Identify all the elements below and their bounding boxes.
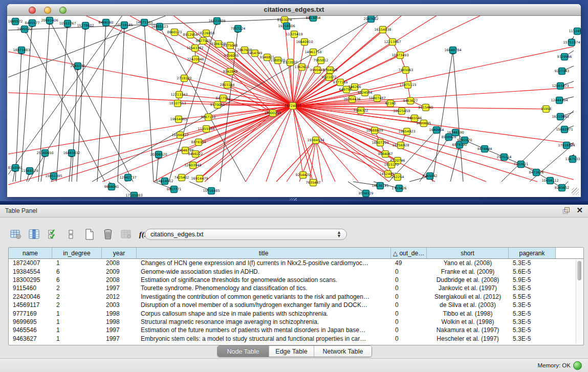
network-node[interactable]: 9465546 (407, 115, 422, 122)
vertical-scrollbar[interactable] (576, 260, 582, 343)
network-node[interactable]: 10719185 (116, 22, 133, 29)
network-node[interactable]: 10025458 (393, 108, 410, 115)
network-node[interactable]: 19654923 (398, 128, 415, 135)
close-panel-icon[interactable]: ✕ (576, 206, 583, 215)
network-node[interactable]: 7425402 (175, 174, 189, 181)
table-row[interactable]: 946554611997Estimation of the future num… (9, 326, 583, 334)
network-node[interactable]: 7857224 (231, 26, 246, 32)
network-edge[interactable] (432, 50, 453, 182)
window-resize-grip[interactable] (572, 188, 579, 195)
network-node[interactable]: 8878334 (191, 139, 206, 146)
network-node[interactable]: 9794028 (323, 67, 338, 74)
show-column-icon[interactable] (28, 228, 41, 241)
network-node[interactable]: 1167533 (565, 156, 580, 163)
network-node[interactable]: 18107553 (169, 100, 186, 107)
citation-edge[interactable] (316, 140, 322, 182)
network-node[interactable]: 10688609 (366, 127, 383, 134)
network-node[interactable]: 15278602 (77, 23, 94, 29)
network-node[interactable]: 7932621 (514, 161, 529, 168)
network-node[interactable]: 16033809 (208, 18, 225, 25)
node-table[interactable]: namein_degreeyeartitle△ out_de…shortpage… (8, 247, 584, 345)
network-node[interactable]: 9699695 (417, 120, 431, 127)
network-node[interactable]: 9684041 (104, 184, 119, 190)
citation-edge[interactable] (293, 34, 294, 106)
split-grip-icon[interactable] (290, 198, 297, 201)
network-node[interactable]: 7955812 (314, 57, 329, 64)
network-node[interactable]: 10553267 (59, 20, 76, 27)
tab-edge-table[interactable]: Edge Table (269, 346, 314, 357)
network-node[interactable]: 9827503 (196, 38, 211, 45)
network-node[interactable]: 8471676 (529, 169, 544, 176)
network-node[interactable]: 18871883 (13, 47, 30, 54)
network-node[interactable]: 9084067 (378, 151, 393, 158)
network-edge[interactable] (450, 145, 460, 182)
new-document-icon[interactable] (83, 228, 96, 241)
column-header-indegree[interactable]: in_degree (52, 248, 102, 258)
column-header-outde[interactable]: △ out_de… (391, 248, 427, 258)
table-row[interactable]: 1456911722003Disruption of a novel membe… (9, 301, 583, 309)
network-node[interactable]: 18807209 (372, 140, 388, 146)
network-edge[interactable] (25, 29, 105, 182)
network-node[interactable]: 7485063 (399, 67, 413, 74)
network-node[interactable]: 9756085 (224, 53, 239, 59)
network-node[interactable]: 9170051 (210, 102, 225, 108)
table-panel-header[interactable]: Table Panel ✕ (0, 205, 588, 217)
network-edge[interactable] (38, 20, 50, 182)
network-node[interactable]: 9254420 (296, 172, 311, 179)
network-edge[interactable] (56, 24, 68, 182)
network-edge[interactable] (72, 66, 78, 182)
network-node[interactable]: 10654112 (541, 178, 558, 184)
network-node[interactable]: 7635447 (306, 180, 321, 186)
network-node[interactable]: 10543382 (186, 45, 203, 52)
column-header-year[interactable]: year (102, 248, 137, 258)
network-node[interactable]: 9227343 (555, 68, 570, 75)
network-node[interactable]: 16648784 (444, 47, 461, 54)
network-node[interactable]: 8427552 (216, 95, 231, 102)
table-row[interactable]: 969969511998Structural magnetic resonanc… (9, 318, 583, 326)
network-node[interactable]: 17185883 (125, 192, 142, 198)
network-node[interactable]: 8495577 (25, 20, 40, 27)
network-node[interactable]: 19654985 (170, 116, 187, 123)
network-node[interactable]: 15751074 (563, 39, 580, 46)
network-node[interactable]: 1362615 (295, 64, 310, 71)
panel-split-divider[interactable] (0, 201, 588, 205)
network-node[interactable]: 11124567 (569, 28, 581, 35)
network-node[interactable]: 12942737 (119, 174, 136, 181)
network-node[interactable]: 14136141 (372, 183, 388, 189)
network-node[interactable]: 19384554 (307, 137, 324, 144)
network-edge[interactable] (156, 155, 159, 182)
network-edge[interactable] (453, 50, 463, 182)
network-node[interactable]: 9857771 (167, 186, 182, 193)
memory-status-indicator[interactable] (573, 361, 582, 370)
network-node[interactable]: 8498222 (188, 151, 203, 158)
network-node[interactable]: 8660123 (167, 29, 182, 36)
network-node[interactable]: 15692971 (556, 126, 573, 133)
network-node[interactable]: 8912954 (183, 32, 198, 38)
table-row[interactable]: 1938455462009Genome-wide association stu… (9, 267, 583, 275)
table-row[interactable]: 977716911998Corpus callosum shape and si… (9, 309, 583, 317)
network-edge[interactable] (144, 23, 154, 182)
network-window-titlebar[interactable]: citations_edges.txt (7, 4, 581, 16)
network-node[interactable]: 9824554 (358, 90, 373, 96)
network-node[interactable]: 15051395 (45, 173, 62, 180)
select-columns-icon[interactable] (46, 228, 59, 241)
network-node[interactable]: 16210643 (552, 114, 569, 120)
table-row[interactable]: 911546021997Tourette syndrome. Phenomeno… (9, 284, 583, 292)
network-node[interactable]: 16493832 (63, 150, 80, 157)
network-node[interactable]: 19218506 (278, 23, 295, 30)
network-node[interactable]: 2995572 (17, 26, 32, 33)
citation-edge[interactable] (293, 106, 574, 180)
network-edge[interactable] (15, 50, 21, 182)
network-node[interactable]: 19756928 (392, 142, 409, 149)
column-header-pagerank[interactable]: pagerank (509, 248, 556, 258)
network-node[interactable]: 25160650 (36, 150, 53, 157)
network-node[interactable]: 12213967 (384, 39, 401, 46)
table-row[interactable]: 1872400712008Changes of HCN gene express… (9, 259, 583, 267)
network-node[interactable]: 19166827 (171, 132, 188, 139)
network-node[interactable]: 9245652 (555, 185, 570, 191)
table-row[interactable]: 2242004622012Investigating the contribut… (9, 293, 583, 301)
network-node[interactable]: 9245042 (423, 173, 438, 180)
network-node[interactable]: 16640910 (296, 39, 313, 46)
network-node[interactable]: 1640954 (429, 127, 444, 134)
network-node[interactable]: 17016504 (558, 142, 575, 149)
